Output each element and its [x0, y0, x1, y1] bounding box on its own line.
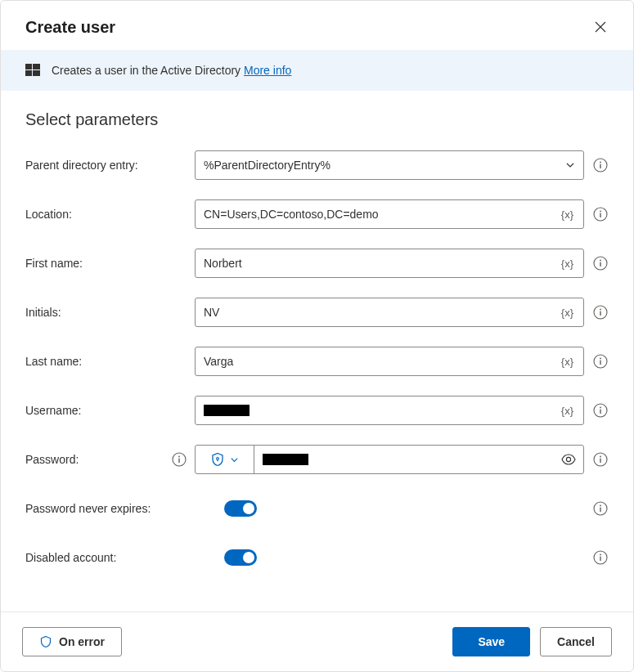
chevron-down-icon [230, 455, 239, 464]
info-icon [593, 305, 608, 320]
password-type-dropdown[interactable] [196, 446, 254, 473]
info-icon [172, 452, 187, 467]
more-info-link[interactable]: More info [244, 64, 291, 77]
svg-rect-21 [600, 410, 600, 414]
password-input-group [195, 445, 584, 474]
username-input[interactable]: {x} [195, 396, 584, 425]
svg-point-23 [178, 456, 180, 458]
svg-point-29 [600, 456, 601, 458]
info-disabled-account[interactable] [592, 549, 609, 566]
svg-rect-36 [600, 557, 600, 561]
info-banner: Creates a user in the Active Directory M… [1, 50, 633, 91]
info-initials[interactable] [592, 304, 609, 320]
disabled-account-toggle[interactable] [224, 549, 257, 566]
create-user-dialog: Create user Creates a user in the Active… [0, 0, 634, 672]
info-icon [593, 550, 608, 565]
parent-directory-select[interactable]: %ParentDirectoryEntry% [195, 150, 584, 180]
row-parent-directory: Parent directory entry: %ParentDirectory… [25, 150, 609, 180]
info-never-expires[interactable] [592, 500, 609, 517]
row-username: Username: {x} [25, 396, 609, 425]
info-username[interactable] [592, 402, 609, 419]
info-first-name[interactable] [592, 255, 609, 271]
label-location: Location: [25, 208, 195, 221]
info-icon [593, 452, 608, 467]
info-location[interactable] [592, 206, 609, 222]
close-icon [595, 21, 606, 33]
row-initials: Initials: NV {x} [25, 298, 609, 327]
svg-rect-3 [33, 70, 40, 76]
variable-picker-first-name[interactable]: {x} [560, 258, 575, 270]
row-never-expires: Password never expires: [25, 494, 609, 523]
section-title: Select parameters [25, 110, 609, 129]
label-never-expires: Password never expires: [25, 502, 195, 515]
save-button[interactable]: Save [452, 627, 530, 656]
row-first-name: First name: Norbert {x} [25, 249, 609, 278]
label-initials: Initials: [25, 306, 195, 319]
on-error-button[interactable]: On error [22, 627, 122, 656]
dialog-content: Select parameters Parent directory entry… [1, 91, 633, 612]
toggle-knob [243, 552, 254, 563]
close-button[interactable] [589, 16, 612, 38]
label-parent-directory: Parent directory entry: [25, 159, 195, 172]
info-icon [593, 207, 608, 222]
location-input[interactable]: CN=Users,DC=contoso,DC=demo {x} [195, 199, 584, 229]
label-first-name: First name: [25, 257, 195, 270]
row-location: Location: CN=Users,DC=contoso,DC=demo {x… [25, 199, 609, 229]
label-password: Password: [25, 452, 195, 467]
svg-point-14 [600, 309, 601, 311]
row-disabled-account: Disabled account: [25, 543, 609, 572]
svg-rect-9 [600, 213, 600, 217]
eye-icon [560, 451, 577, 468]
variable-picker-username[interactable]: {x} [560, 405, 575, 417]
info-password[interactable] [592, 451, 609, 468]
svg-rect-2 [25, 70, 32, 76]
last-name-input[interactable]: Varga {x} [195, 347, 584, 376]
label-disabled-account: Disabled account: [25, 551, 195, 564]
label-last-name: Last name: [25, 355, 195, 368]
save-label: Save [478, 635, 505, 648]
first-name-input[interactable]: Norbert {x} [195, 249, 584, 278]
svg-point-25 [217, 458, 219, 460]
shield-lock-icon [210, 452, 225, 467]
svg-point-20 [600, 407, 601, 409]
svg-point-32 [600, 505, 601, 507]
shield-icon [39, 635, 52, 648]
variable-picker-initials[interactable]: {x} [560, 307, 575, 319]
info-icon [593, 354, 608, 369]
password-reveal-button[interactable] [554, 451, 583, 468]
svg-point-27 [566, 457, 570, 461]
info-password-label[interactable] [172, 452, 187, 467]
last-name-value: Varga [204, 355, 233, 368]
svg-point-17 [600, 358, 601, 360]
svg-point-35 [600, 554, 601, 556]
username-value-redacted [204, 405, 250, 416]
cancel-button[interactable]: Cancel [540, 627, 612, 656]
svg-rect-26 [217, 459, 218, 461]
dialog-title: Create user [25, 18, 115, 37]
info-icon [593, 403, 608, 418]
svg-point-5 [600, 162, 601, 164]
info-icon [593, 256, 608, 271]
svg-rect-24 [178, 459, 179, 463]
cancel-label: Cancel [557, 635, 595, 648]
toggle-knob [243, 503, 254, 514]
info-last-name[interactable] [592, 353, 609, 370]
on-error-label: On error [59, 635, 105, 648]
variable-picker-location[interactable]: {x} [560, 208, 575, 221]
windows-icon [25, 63, 40, 78]
svg-rect-30 [600, 459, 600, 463]
label-username: Username: [25, 404, 195, 417]
chevron-down-icon [565, 160, 575, 170]
initials-input[interactable]: NV {x} [195, 298, 584, 327]
svg-rect-15 [600, 311, 600, 316]
variable-picker-last-name[interactable]: {x} [560, 356, 575, 368]
svg-rect-18 [600, 361, 600, 365]
never-expires-toggle[interactable] [224, 500, 257, 517]
svg-rect-33 [600, 508, 600, 512]
dialog-footer: On error Save Cancel [1, 612, 633, 671]
location-value: CN=Users,DC=contoso,DC=demo [204, 208, 379, 221]
svg-rect-12 [600, 262, 600, 267]
password-input[interactable] [254, 454, 554, 465]
row-last-name: Last name: Varga {x} [25, 347, 609, 376]
info-parent-directory[interactable] [592, 157, 609, 173]
